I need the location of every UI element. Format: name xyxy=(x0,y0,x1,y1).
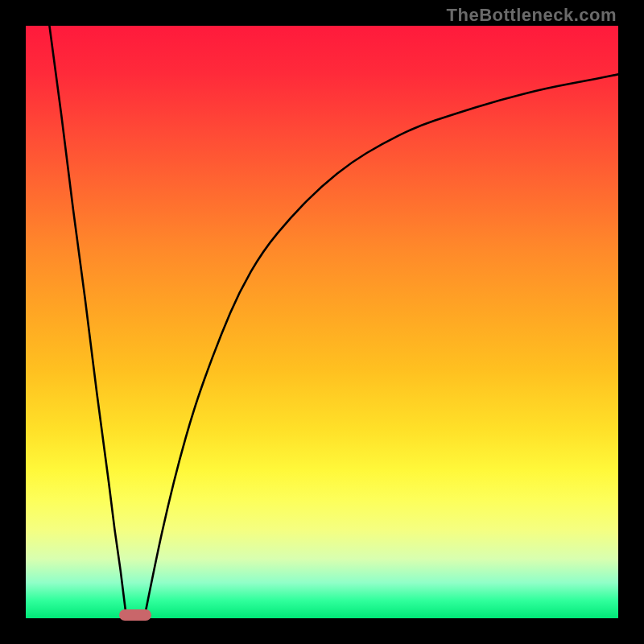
plot-area xyxy=(26,26,618,618)
optimal-marker xyxy=(119,609,151,621)
watermark-text: TheBottleneck.com xyxy=(447,5,617,26)
curve-svg xyxy=(26,26,618,618)
bottleneck-curve-left xyxy=(49,26,126,618)
chart-frame: TheBottleneck.com xyxy=(0,0,644,644)
bottleneck-curve-right xyxy=(144,74,618,618)
